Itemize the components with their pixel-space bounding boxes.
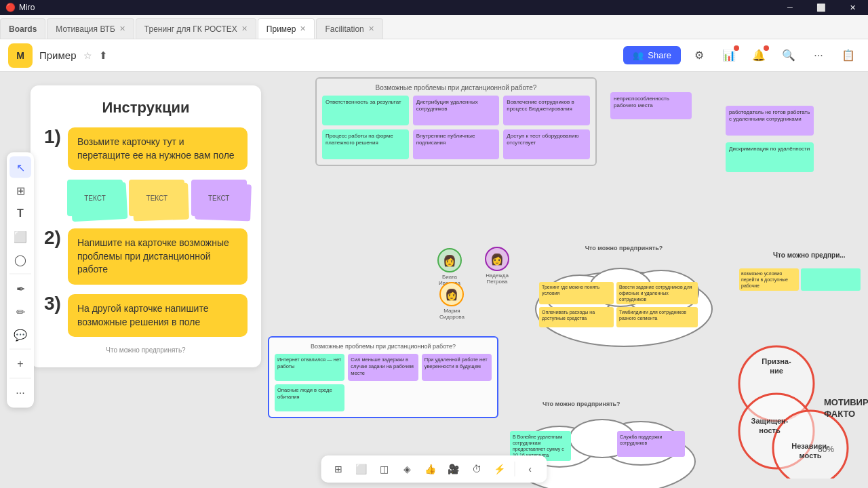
instruction-card-2[interactable]: Напишите на карточке возможные проблемы … — [68, 228, 248, 285]
bottom-sticky-1[interactable]: Интернет отвалился — нет работы — [275, 354, 344, 381]
pen-tool-btn[interactable]: ✒ — [9, 278, 31, 300]
bottom-btn-timer[interactable]: ⏱ — [467, 459, 487, 479]
search-icon-btn[interactable]: 🔍 — [777, 44, 800, 67]
avatar-maria-name: МарияСидорова — [439, 308, 465, 320]
draw-tool-btn[interactable]: ✏ — [9, 301, 31, 323]
tab-boards[interactable]: Boards — [0, 18, 45, 39]
instruction-card-1[interactable]: Возьмите карточку тут и перетащите ее на… — [68, 127, 248, 170]
upload-icon[interactable]: ⬆ — [99, 49, 108, 62]
sticky-public-signing[interactable]: Внутренние публичные подписания — [413, 129, 500, 159]
extra-stickies-top2: работодатель не готов работать с удаленн… — [726, 106, 814, 172]
bottom-btn-sticky[interactable]: ◫ — [374, 459, 395, 479]
instruction-item-1: 1) Возьмите карточку тут и перетащите ее… — [44, 127, 248, 170]
avatar-nadezda-name: НадеждаПетрова — [485, 272, 509, 285]
notes-icon-btn[interactable]: 📋 — [837, 44, 860, 67]
bottom-btn-chevron[interactable]: ‹ — [520, 459, 540, 479]
purple-sticky-stack[interactable]: ТЕКСТ — [191, 180, 248, 220]
avatar-maria-circle: 👩 — [439, 282, 464, 306]
app-icon: 🔴 — [5, 3, 16, 12]
sticky-payment-process[interactable]: Процесс работы на форме платежного решен… — [322, 129, 409, 159]
bottom-btn-grid[interactable]: ⊞ — [328, 459, 349, 479]
tab-trening-close[interactable]: ✕ — [241, 24, 248, 33]
bottom-divider — [515, 462, 515, 476]
star-icon[interactable]: ☆ — [83, 50, 92, 61]
instructions-title: Инструкции — [44, 99, 248, 117]
shape-tool-btn[interactable]: ◯ — [9, 249, 31, 270]
close-button[interactable]: ✕ — [837, 0, 868, 15]
extra-sticky-1[interactable]: неприспособленность рабочего места — [610, 92, 692, 119]
cloud-sticky-1[interactable]: Тренинг где можно понять условия — [539, 282, 614, 304]
bottom-sticky-2[interactable]: Сил меньше задержки в случае задачи на р… — [348, 354, 418, 381]
bottom-toolbar: ⊞ ⬜ ◫ ◈ 👍 🎥 ⏱ ⚡ ‹ — [321, 455, 547, 483]
teal-sticky-stack[interactable]: ТЕКСТ — [67, 180, 123, 220]
tab-boards-label: Boards — [9, 24, 37, 34]
app-header: M Пример ☆ ⬆ 👥 Share ⚙ 📊 🔔 🔍 ··· 📋 — [0, 39, 868, 72]
sticky-responsibility[interactable]: Ответственность за результат — [322, 96, 409, 125]
frame-tool-btn[interactable]: ⬜ — [9, 226, 31, 247]
extra-stickies-top: неприспособленность рабочего места — [610, 92, 692, 119]
teal-sticky-front: ТЕКСТ — [67, 180, 123, 216]
cloud-bottom-sticky-2[interactable]: Служба поддержки сотрудников — [617, 431, 685, 457]
what-can-do-right-label: Что можно предпри... — [773, 251, 846, 259]
extra-sticky-3[interactable]: Дискриминация по удалённости — [726, 142, 814, 172]
cloud-sticky-4[interactable]: Тимбилдинги для сотрудников разного сегм… — [616, 307, 698, 327]
tab-motivacia-label: Мотивация ВТБ — [56, 24, 115, 34]
comment-tool-btn[interactable]: 💬 — [9, 324, 31, 346]
more-tools-btn[interactable]: + — [9, 353, 31, 375]
tab-bar: Boards Мотивация ВТБ ✕ Тренинг для ГК РО… — [0, 15, 868, 39]
venn-center-label: МОТИВИРУФАКТО — [824, 397, 868, 420]
right-sticky-1[interactable]: возможно условия перейти в доступные раб… — [739, 268, 799, 291]
minimize-button[interactable]: ─ — [774, 0, 806, 15]
bell-notification-dot — [764, 45, 769, 51]
tab-facilitation-label: Facilitation — [325, 24, 363, 34]
progress-value: 80% — [818, 445, 834, 454]
tab-primer-close[interactable]: ✕ — [300, 24, 306, 33]
bottom-btn-shape[interactable]: ◈ — [397, 459, 418, 479]
board-title: Пример — [39, 49, 77, 61]
right-sticky-2[interactable] — [801, 268, 861, 291]
instruction-card-3[interactable]: На другой карточке напишите возможные ре… — [68, 294, 248, 337]
text-tool-btn[interactable]: T — [9, 203, 31, 224]
tab-motivacia[interactable]: Мотивация ВТБ ✕ — [47, 18, 134, 39]
bottom-btn-lightning[interactable]: ⚡ — [490, 459, 510, 479]
tab-facilitation-close[interactable]: ✕ — [368, 24, 374, 33]
share-icon: 👥 — [633, 50, 644, 60]
yellow-sticky-stack[interactable]: ТЕКСТ — [129, 180, 185, 220]
instruction-item-3: 3) На другой карточке напишите возможные… — [44, 294, 248, 337]
cloud-sticky-3[interactable]: Оплачивать расходы на доступные средства — [539, 307, 614, 327]
tab-motivacia-close[interactable]: ✕ — [119, 24, 125, 33]
sticky-distribution[interactable]: Дистрибуция удаленных сотрудников — [413, 96, 500, 125]
bottom-sticky-3[interactable]: При удаленной работе нет уверенности в б… — [422, 354, 492, 381]
stickies-row: ТЕКСТ ТЕКСТ ТЕКСТ — [67, 180, 248, 220]
share-button[interactable]: 👥 Share — [623, 46, 681, 64]
maximize-button[interactable]: ⬜ — [806, 0, 837, 15]
extra-sticky-2[interactable]: работодатель не готов работать с удаленн… — [726, 106, 814, 136]
yellow-sticky-front: ТЕКСТ — [129, 180, 184, 216]
sticky-access[interactable]: Доступ к тест оборудованию отсутствует — [503, 129, 590, 159]
cursor-tool-btn[interactable]: ↖ — [9, 157, 31, 178]
cloud-sticky-2[interactable]: Ввести задание сотрудников для офисных и… — [616, 282, 698, 304]
purple-sticky-front: ТЕКСТ — [191, 180, 247, 216]
problem-box-top: Возможные проблемы при дистанционной раб… — [315, 77, 597, 166]
miro-logo: M — [8, 43, 33, 68]
tab-trening[interactable]: Тренинг для ГК РОСТЕХ ✕ — [136, 18, 256, 39]
grid-tool-btn[interactable]: ⊞ — [9, 180, 31, 201]
app-title: Miro — [19, 3, 35, 12]
cloud-stickies-top: Тренинг где можно понять условия Ввести … — [539, 282, 709, 327]
cloud-solutions-bottom-title: Что можно предпринять? — [542, 401, 620, 407]
window-controls: ─ ⬜ ✕ — [774, 0, 868, 15]
settings-icon-btn[interactable]: ⚙ — [688, 44, 711, 67]
canvas-area[interactable]: ↖ ⊞ T ⬜ ◯ ✒ ✏ 💬 + ··· Инструкции 1) Возь… — [0, 72, 868, 488]
more-btn[interactable]: ··· — [9, 382, 31, 404]
tab-facilitation[interactable]: Facilitation ✕ — [316, 18, 382, 39]
more-icon-btn[interactable]: ··· — [807, 44, 830, 67]
sticky-involvement[interactable]: Вовлечение сотрудников в процесс Бюджети… — [503, 96, 590, 125]
avatar-nadezda: 👩 НадеждаПетрова — [485, 247, 509, 285]
bottom-btn-like[interactable]: 👍 — [420, 459, 441, 479]
bottom-btn-video[interactable]: 🎥 — [443, 459, 464, 479]
avatar-biata: 👩 БиатаИванова — [437, 248, 462, 286]
bottom-sticky-4[interactable]: Опасные люди в среде обитания — [275, 384, 344, 411]
tab-primer[interactable]: Пример ✕ — [258, 18, 315, 39]
avatar-biata-circle: 👩 — [437, 248, 462, 272]
bottom-btn-frame[interactable]: ⬜ — [351, 459, 372, 479]
